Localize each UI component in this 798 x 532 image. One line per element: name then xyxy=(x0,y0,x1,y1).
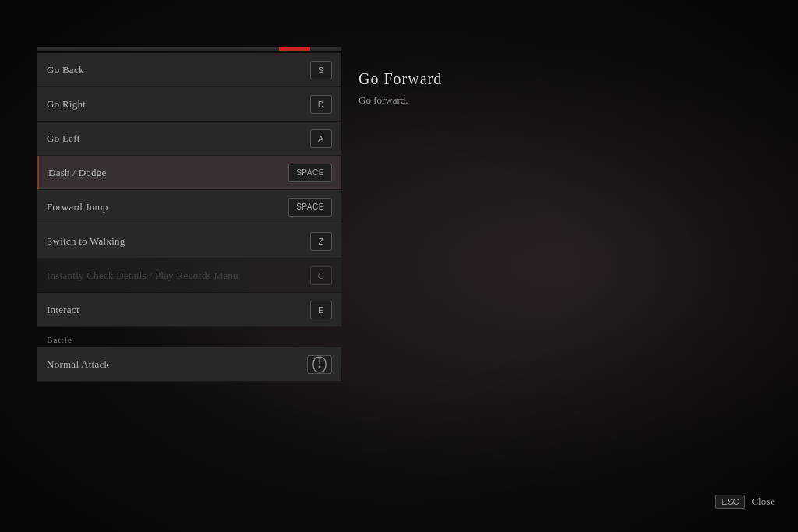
keybindings-panel: Go Back S Go Right D Go Left A Dash / Do… xyxy=(37,47,341,382)
keybinding-label-switch-to-walking: Switch to Walking xyxy=(47,235,125,248)
key-badge-normal-attack xyxy=(307,355,332,374)
key-badge-instantly-check: C xyxy=(310,266,332,285)
keybinding-label-normal-attack: Normal Attack xyxy=(47,358,109,371)
keybinding-row-forward-jump[interactable]: Forward Jump SPACE xyxy=(37,190,341,224)
keybinding-label-instantly-check: Instantly Check Details / Play Records M… xyxy=(47,270,238,282)
keybinding-label-interact: Interact xyxy=(47,304,79,316)
keybinding-row-go-left[interactable]: Go Left A xyxy=(37,122,341,156)
keybinding-label-forward-jump: Forward Jump xyxy=(47,201,108,213)
keybinding-label-go-left: Go Left xyxy=(47,132,80,145)
section-label-battle: Battle xyxy=(37,327,341,347)
keybinding-row-instantly-check[interactable]: Instantly Check Details / Play Records M… xyxy=(37,259,341,293)
keybinding-row-interact[interactable]: Interact E xyxy=(37,293,341,327)
keybinding-row-dash-dodge[interactable]: Dash / Dodge SPACE xyxy=(37,156,341,190)
key-badge-go-right: D xyxy=(310,95,332,114)
svg-point-2 xyxy=(319,365,321,368)
keybinding-label-dash-dodge: Dash / Dodge xyxy=(48,167,107,179)
key-badge-dash-dodge: SPACE xyxy=(288,164,332,182)
keybinding-row-normal-attack[interactable]: Normal Attack xyxy=(37,347,341,382)
close-label: Close xyxy=(751,495,775,508)
keybinding-row-switch-to-walking[interactable]: Switch to Walking Z xyxy=(37,224,341,259)
detail-description: Go forward. xyxy=(358,94,442,107)
detail-panel: Go Forward Go forward. xyxy=(358,70,442,107)
keybinding-label-go-back: Go Back xyxy=(47,64,84,76)
esc-badge: ESC xyxy=(715,495,746,509)
key-badge-interact: E xyxy=(310,301,332,319)
detail-title: Go Forward xyxy=(358,70,442,88)
key-badge-go-back: S xyxy=(310,61,332,79)
key-badge-switch-to-walking: Z xyxy=(310,232,332,251)
close-button[interactable]: ESC Close xyxy=(715,495,775,509)
scrollbar xyxy=(37,47,341,51)
key-badge-go-left: A xyxy=(310,129,332,148)
keybinding-row-go-back[interactable]: Go Back S xyxy=(37,53,341,87)
keybinding-row-go-right[interactable]: Go Right D xyxy=(37,87,341,122)
keybinding-label-go-right: Go Right xyxy=(47,98,86,111)
key-badge-forward-jump: SPACE xyxy=(288,198,332,217)
